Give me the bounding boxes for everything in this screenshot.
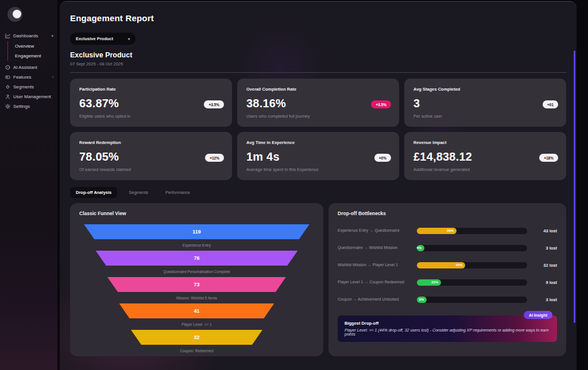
kpi-card-reward-redemption: Reward Redemption 78.05% Of earned rewar…: [70, 132, 232, 180]
sidebar-item-settings[interactable]: Settings: [0, 102, 57, 111]
bottleneck-lost-count: 43 lost: [533, 228, 557, 233]
funnel-step: 76 Questionnaire:Personalisation Complet…: [79, 251, 314, 277]
app-window: Dashboards ▾ Overview Engagement AI Assi…: [0, 0, 588, 370]
bottleneck-label: Questionnaire → Wishlist Mission: [338, 245, 411, 251]
sidebar-item-engagement[interactable]: Engagement: [8, 51, 57, 61]
features-icon: [5, 75, 10, 80]
dashboards-subgroup: Overview Engagement: [7, 41, 57, 61]
chart-icon: [5, 33, 10, 38]
sidebar: Dashboards ▾ Overview Engagement AI Assi…: [0, 0, 57, 370]
kpi-label: Overall Completion Rate: [246, 87, 390, 92]
kpi-delta-badge: +01: [543, 100, 558, 108]
tab-performance[interactable]: Performance: [160, 187, 196, 198]
vertical-scrollbar[interactable]: [574, 50, 575, 323]
kpi-description: Average time spent in this Experience: [246, 167, 390, 172]
funnel-step: 41 Player Level: >= 1: [79, 303, 314, 330]
sidebar-item-features[interactable]: Features ›: [0, 72, 57, 82]
sidebar-item-label: Segments: [13, 84, 34, 89]
kpi-description: Eligible users who opted in: [79, 114, 223, 119]
chevron-down-icon: ▾: [128, 37, 130, 41]
bottleneck-row: Wishlist Mission → Player Level 1 44% 32…: [338, 256, 557, 274]
funnel-bar: 41: [119, 303, 274, 318]
tab-drop-off-analysis[interactable]: Drop-off Analysis: [70, 187, 117, 198]
bottleneck-label: Coupon → Achievement Unlocked: [338, 297, 411, 302]
sidebar-item-dashboards[interactable]: Dashboards ▾: [0, 31, 57, 41]
bottlenecks-panel-title: Drop-off Bottlenecks: [338, 211, 557, 216]
bottleneck-rows: Experience Entry → Questionnaire 36% 43 …: [338, 222, 557, 308]
funnel-step-label: Mission: Wishlist 5 Items: [79, 292, 314, 303]
analysis-tabs: Drop-off Analysis Segments Performance: [60, 180, 577, 198]
sidebar-item-ai-assistant[interactable]: AI Assistant: [0, 63, 57, 72]
kpi-delta-badge: +18%: [539, 154, 558, 162]
funnel-step: 73 Mission: Wishlist 5 Items: [79, 277, 314, 303]
page-title: Engagement Report: [70, 13, 566, 23]
bottleneck-row: Coupon → Achievement Unlocked 9% 3 lost: [338, 291, 557, 308]
kpi-card-revenue-impact: Revenue Impact £14,838.12 Additional rev…: [404, 132, 566, 180]
sidebar-item-user-management[interactable]: User Management: [0, 92, 57, 102]
funnel-bar: 32: [131, 330, 262, 345]
kpi-label: Revenue Impact: [413, 140, 557, 145]
kpi-value: 1m 4s: [246, 150, 390, 163]
bottleneck-lost-count: 9 lost: [533, 280, 557, 285]
bottleneck-lost-count: 32 lost: [533, 263, 557, 268]
funnel-step: 119 Experience Entry: [79, 224, 314, 251]
funnel-step-label: Player Level: >= 1: [79, 318, 314, 330]
sidebar-item-overview[interactable]: Overview: [8, 41, 57, 51]
app-logo[interactable]: [7, 7, 22, 22]
date-range: 07 Sept 2025 - 08 Oct 2025: [70, 61, 566, 73]
bottleneck-bar-fill: 4%: [417, 245, 424, 251]
sidebar-item-label: Overview: [15, 44, 34, 49]
kpi-card-avg-time-in-experience: Avg Time in Experience 1m 4s Average tim…: [237, 132, 399, 180]
tab-segments[interactable]: Segments: [123, 187, 154, 198]
bottleneck-row: Player Level 1 → Coupon Redeemed 22% 9 l…: [338, 274, 557, 291]
classic-funnel-panel: Classic Funnel View 119 Experience Entry…: [70, 203, 323, 356]
bottleneck-bar-track: 9%: [417, 297, 527, 303]
kpi-value: 38.16%: [246, 97, 390, 110]
kpi-description: Of earned rewards claimed: [79, 167, 223, 172]
kpi-label: Reward Redemption: [79, 140, 223, 145]
bottleneck-bar-fill: 22%: [417, 279, 441, 286]
bottleneck-label: Experience Entry → Questionnaire: [338, 228, 411, 233]
kpi-label: Avg Time in Experience: [246, 140, 390, 145]
kpi-grid: Participation Rate 63.87% Eligible users…: [60, 73, 577, 180]
kpi-value: 3: [413, 97, 557, 110]
sidebar-nav: Dashboards ▾ Overview Engagement AI Assi…: [0, 31, 57, 111]
sidebar-item-label: Engagement: [15, 53, 41, 59]
kpi-delta-badge: +12%: [205, 154, 224, 162]
drop-off-bottlenecks-panel: Drop-off Bottlenecks Experience Entry → …: [328, 203, 566, 356]
kpi-value: 78.05%: [79, 150, 223, 163]
bottleneck-bar-track: 36%: [417, 228, 527, 234]
kpi-description: Per active user: [413, 114, 557, 119]
funnel-bar: 76: [96, 251, 298, 266]
product-selector-dropdown[interactable]: Exclusive Product ▾: [70, 33, 136, 45]
bottleneck-bar-fill: 44%: [417, 262, 465, 268]
kpi-card-avg-stages-completed: Avg Stages Completed 3 Per active user +…: [404, 79, 566, 127]
funnel-chart: 119 Experience Entry 76 Questionnaire:Pe…: [79, 224, 314, 356]
product-title: Exclusive Product: [70, 51, 566, 59]
sidebar-item-label: Settings: [13, 104, 30, 109]
report-header: Engagement Report Exclusive Product ▾ Ex…: [60, 2, 577, 73]
bottleneck-row: Experience Entry → Questionnaire 36% 43 …: [338, 222, 557, 239]
assistant-icon: [5, 65, 10, 70]
kpi-delta-badge: +3.5%: [204, 100, 224, 108]
product-selector-value: Exclusive Product: [76, 36, 113, 41]
kpi-value: £14,838.12: [413, 150, 557, 163]
bottleneck-bar-fill: 9%: [417, 297, 427, 303]
kpi-value: 63.87%: [79, 97, 223, 110]
funnel-step: 32 Coupon: Redeemed: [79, 330, 314, 356]
main-content: Engagement Report Exclusive Product ▾ Ex…: [60, 1, 577, 370]
sidebar-item-segments[interactable]: Segments: [0, 82, 57, 92]
funnel-bar: 73: [107, 277, 286, 292]
chevron-down-icon: ▾: [51, 34, 53, 38]
bottleneck-label: Player Level 1 → Coupon Redeemed: [338, 279, 411, 285]
kpi-description: Additional revenue generated: [413, 167, 557, 172]
chevron-right-icon: ›: [52, 75, 53, 79]
sidebar-item-label: User Management: [13, 94, 51, 99]
user-icon: [5, 94, 10, 99]
funnel-bar: 119: [84, 224, 310, 239]
analysis-panels: Classic Funnel View 119 Experience Entry…: [60, 198, 577, 356]
bottleneck-label: Wishlist Mission → Player Level 1: [338, 262, 411, 268]
funnel-step-label: Coupon: Redeemed: [79, 345, 314, 356]
bottleneck-bar-track: 22%: [417, 279, 527, 286]
kpi-delta-badge: +0%: [374, 154, 391, 162]
